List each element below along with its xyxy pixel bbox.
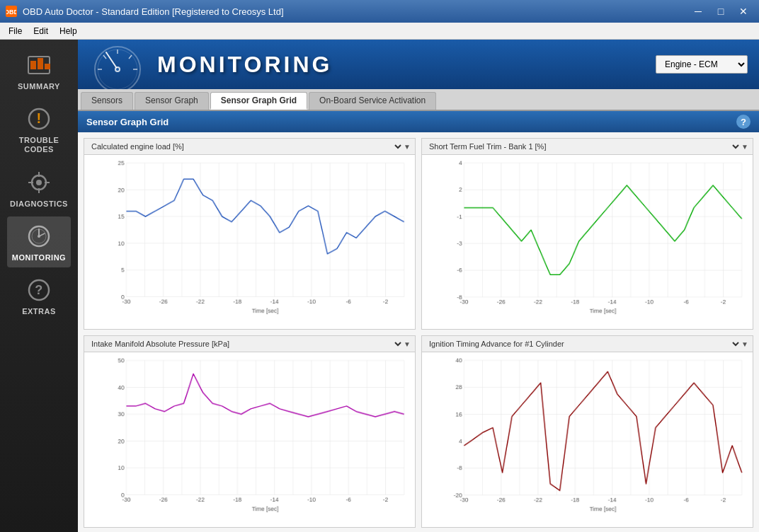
svg-point-9 <box>36 180 42 185</box>
window-title: OBD Auto Doctor - Standard Edition [Regi… <box>23 6 284 17</box>
graph-sensor-select-2[interactable]: Short Term Fuel Trim - Bank 1 [%] <box>426 141 741 151</box>
ecm-dropdown[interactable]: Engine - ECM Transmission ABS Airbag <box>656 55 748 74</box>
sidebar-item-diagnostics[interactable]: DIAGNOSTICS <box>7 163 71 214</box>
graph-selector-1[interactable]: Calculated engine load [%] ▼ <box>84 139 415 155</box>
sidebar-item-trouble-codes[interactable]: ! TROUBLE CODES <box>7 99 71 160</box>
svg-rect-3 <box>30 61 36 69</box>
graph-sensor-select-1[interactable]: Calculated engine load [%] <box>89 141 404 151</box>
menu-bar: File Edit Help <box>0 23 759 40</box>
graph-sensor-select-4[interactable]: Ignition Timing Advance for #1 Cylinder <box>426 339 741 349</box>
graph-dropdown-arrow-1: ▼ <box>404 143 411 151</box>
monitoring-label: MONITORING <box>12 253 66 262</box>
graph-dropdown-arrow-2: ▼ <box>741 143 748 151</box>
graph-selector-3[interactable]: Intake Manifold Absolute Pressure [kPa] … <box>84 336 415 352</box>
svg-line-28 <box>106 52 118 69</box>
maximize-button[interactable]: □ <box>711 4 731 18</box>
window-controls: ─ □ ✕ <box>688 4 753 18</box>
sidebar-item-monitoring[interactable]: MONITORING <box>7 216 71 267</box>
graph-canvas-1 <box>105 158 409 315</box>
graph-canvas-3 <box>105 355 409 512</box>
section-title: Sensor Graph Grid <box>86 117 169 127</box>
menu-help[interactable]: Help <box>54 25 83 37</box>
ecm-select[interactable]: Engine - ECM Transmission ABS Airbag <box>656 55 748 74</box>
graph-canvas-area-1 <box>84 155 415 329</box>
svg-text:?: ? <box>35 283 43 297</box>
app-header: MONITORING Engine - ECM Transmission ABS… <box>78 40 759 89</box>
graph-canvas-4 <box>443 355 747 512</box>
close-button[interactable]: ✕ <box>734 4 753 18</box>
graph-canvas-area-3 <box>84 352 415 526</box>
graph-canvas-2 <box>443 158 747 315</box>
monitoring-icon <box>25 222 53 250</box>
extras-icon: ? <box>25 276 53 304</box>
title-bar: OBD OBD Auto Doctor - Standard Edition [… <box>0 0 759 23</box>
graph-panel-1: Calculated engine load [%] ▼ <box>84 138 416 330</box>
gauge-icon <box>89 40 146 89</box>
summary-label: SUMMARY <box>18 82 60 91</box>
menu-file[interactable]: File <box>3 25 28 37</box>
menu-edit[interactable]: Edit <box>28 25 54 37</box>
summary-icon <box>25 51 53 79</box>
sidebar: SUMMARY ! TROUBLE CODES <box>0 40 78 532</box>
graph-dropdown-arrow-4: ▼ <box>741 340 748 348</box>
graph-selector-2[interactable]: Short Term Fuel Trim - Bank 1 [%] ▼ <box>422 139 753 155</box>
svg-rect-5 <box>45 64 50 69</box>
graph-canvas-area-2 <box>422 155 753 329</box>
graph-panel-2: Short Term Fuel Trim - Bank 1 [%] ▼ <box>421 138 753 330</box>
sidebar-item-summary[interactable]: SUMMARY <box>7 45 71 96</box>
graph-selector-4[interactable]: Ignition Timing Advance for #1 Cylinder … <box>422 336 753 352</box>
graph-panel-3: Intake Manifold Absolute Pressure [kPa] … <box>84 335 416 527</box>
app-icon: OBD <box>6 6 17 17</box>
main-content: MONITORING Engine - ECM Transmission ABS… <box>78 40 759 532</box>
svg-text:OBD: OBD <box>6 8 16 16</box>
svg-point-30 <box>116 68 119 71</box>
tab-sensor-graph-grid[interactable]: Sensor Graph Grid <box>210 92 307 110</box>
content-area: Sensor Graph Grid ? Calculated engine lo… <box>78 111 759 532</box>
svg-point-18 <box>38 235 40 238</box>
tab-sensor-graph[interactable]: Sensor Graph <box>135 92 209 110</box>
extras-label: EXTRAS <box>22 307 56 316</box>
page-title: MONITORING <box>157 52 332 78</box>
minimize-button[interactable]: ─ <box>688 4 708 18</box>
section-header: Sensor Graph Grid ? <box>78 111 759 132</box>
graph-panel-4: Ignition Timing Advance for #1 Cylinder … <box>421 335 753 527</box>
trouble-codes-icon: ! <box>25 105 53 133</box>
svg-line-27 <box>129 55 132 59</box>
tab-sensors[interactable]: Sensors <box>81 92 133 110</box>
graph-canvas-area-4 <box>422 352 753 526</box>
graph-dropdown-arrow-3: ▼ <box>404 340 411 348</box>
app-layout: SUMMARY ! TROUBLE CODES <box>0 40 759 532</box>
graph-sensor-select-3[interactable]: Intake Manifold Absolute Pressure [kPa] <box>89 339 404 349</box>
diagnostics-label: DIAGNOSTICS <box>10 200 68 208</box>
help-button[interactable]: ? <box>736 115 751 129</box>
svg-text:!: ! <box>36 110 41 126</box>
tab-onboard-service[interactable]: On-Board Service Activation <box>309 92 436 110</box>
svg-rect-4 <box>38 58 43 69</box>
diagnostics-icon <box>25 168 53 197</box>
tab-bar: Sensors Sensor Graph Sensor Graph Grid O… <box>78 89 759 111</box>
title-bar-left: OBD OBD Auto Doctor - Standard Edition [… <box>6 6 284 17</box>
graph-grid: Calculated engine load [%] ▼ Short Term … <box>78 132 759 532</box>
sidebar-item-extras[interactable]: ? EXTRAS <box>7 270 71 321</box>
svg-line-26 <box>103 55 106 59</box>
trouble-codes-label: TROUBLE CODES <box>10 136 68 154</box>
